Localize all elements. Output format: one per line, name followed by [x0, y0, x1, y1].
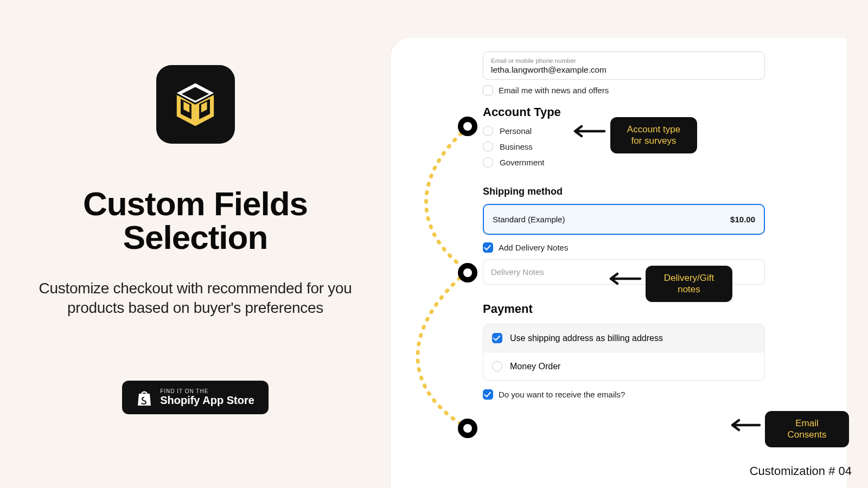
email-value: letha.langworth@example.com — [491, 65, 757, 75]
callout-email-consents: Email Consents — [765, 411, 849, 447]
shipping-heading: Shipping method — [483, 186, 765, 197]
money-order-label: Money Order — [510, 362, 560, 371]
email-field[interactable]: Email or mobile phone number letha.langw… — [483, 52, 765, 80]
shipping-price: $10.00 — [730, 215, 755, 224]
page-subtitle: Customize checkout with recommended for … — [38, 279, 353, 318]
shopify-app-store-badge[interactable]: FIND IT ON THE Shopify App Store — [122, 381, 269, 414]
badge-small-text: FIND IT ON THE — [160, 388, 254, 394]
radio-business-label: Business — [500, 142, 533, 151]
callout-delivery-notes: Delivery/Gift notes — [646, 266, 732, 302]
arrow-left-icon — [603, 271, 642, 286]
shipping-method-name: Standard (Example) — [493, 215, 565, 224]
emails-consent-label: Do you want to receive the emails? — [499, 390, 625, 399]
callout-bullet-icon — [458, 117, 477, 136]
radio-personal-label: Personal — [500, 126, 532, 136]
callout-account-type: Account type for surveys — [610, 117, 697, 153]
app-logo — [156, 65, 235, 144]
dotted-connector — [380, 122, 488, 442]
news-label: Email me with news and offers — [499, 86, 609, 95]
arrow-left-icon — [725, 418, 762, 433]
radio-government-label: Government — [500, 158, 545, 167]
billing-checkbox[interactable] — [492, 333, 502, 343]
shipping-method-card[interactable]: Standard (Example) $10.00 — [483, 204, 765, 235]
badge-big-text: Shopify App Store — [160, 394, 254, 407]
arrow-left-icon — [567, 124, 607, 139]
callout-bullet-icon — [458, 263, 477, 282]
delivery-notes-label: Add Delivery Notes — [499, 243, 568, 252]
money-order-radio[interactable] — [492, 361, 502, 371]
billing-label: Use shipping address as billing address — [510, 333, 663, 343]
email-label: Email or mobile phone number — [491, 57, 757, 64]
payment-heading: Payment — [483, 302, 765, 316]
shopify-bag-icon — [136, 388, 152, 407]
footer-label: Customization # 04 — [750, 464, 852, 478]
news-checkbox[interactable] — [483, 85, 493, 95]
page-title: Custom FieldsSelection — [38, 187, 353, 254]
callout-bullet-icon — [458, 419, 477, 438]
